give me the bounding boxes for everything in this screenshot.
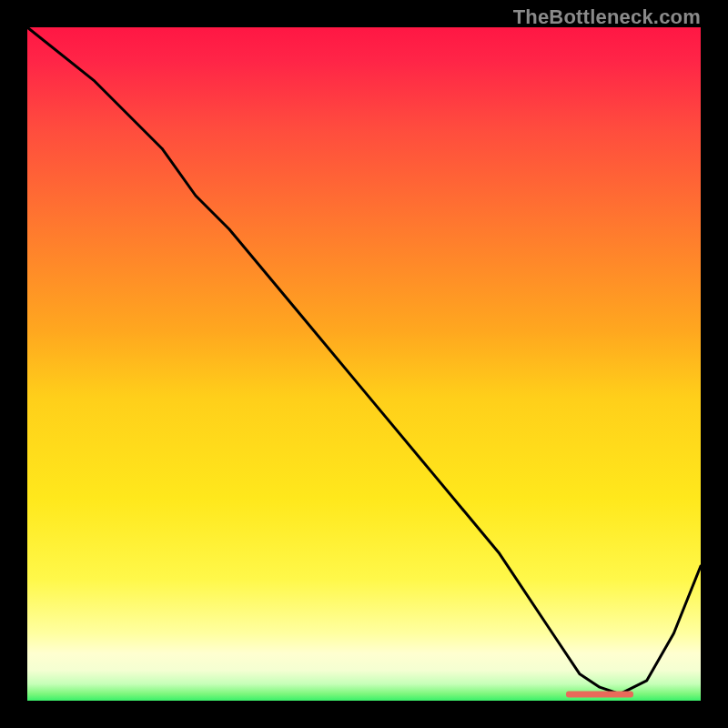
chart-svg: [27, 27, 701, 701]
gradient-background: [27, 27, 701, 701]
watermark-text: TheBottleneck.com: [513, 5, 701, 29]
optimal-zone-marker: [566, 692, 633, 698]
plot-area: [27, 27, 701, 701]
chart-container: TheBottleneck.com: [0, 0, 728, 728]
